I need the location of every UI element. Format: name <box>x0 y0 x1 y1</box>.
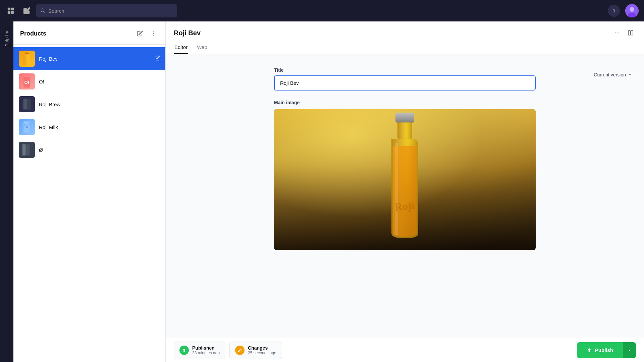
product-name: Roji Bev <box>39 56 151 62</box>
content-tabs: Editor Web <box>174 38 636 54</box>
title-label: Title <box>274 67 536 73</box>
svg-point-19 <box>24 124 25 126</box>
svg-point-25 <box>615 33 616 33</box>
products-header-icons <box>135 28 159 39</box>
upload-icon <box>182 348 186 353</box>
search-icon <box>40 8 46 13</box>
published-dot <box>179 346 189 355</box>
publish-button[interactable]: Publish <box>577 342 623 358</box>
published-label: Published <box>192 345 220 351</box>
brand-sidebar: Pulp Inc. <box>0 21 13 362</box>
product-thumbnail <box>19 142 35 158</box>
chevron-down-icon <box>627 348 632 353</box>
editor-area: Title Main image <box>166 54 644 338</box>
brand-label: Pulp Inc. <box>4 28 9 47</box>
changes-dot <box>235 346 245 355</box>
products-sidebar: Products <box>13 21 166 362</box>
edit-changes-icon <box>237 348 242 353</box>
publish-label: Publish <box>595 347 613 353</box>
main-image-label: Main image <box>274 100 536 105</box>
svg-rect-0 <box>8 8 10 10</box>
svg-rect-29 <box>631 31 633 35</box>
split-view-button[interactable] <box>625 27 636 38</box>
svg-point-5 <box>630 7 634 12</box>
product-name: O! <box>39 79 151 84</box>
status-bar: Published 33 minutes ago Changes 25 seco… <box>166 338 644 362</box>
search-bar[interactable]: Search <box>36 4 177 17</box>
svg-rect-22 <box>22 144 26 155</box>
content-header: Roji Bev Editor <box>166 21 644 54</box>
title-input[interactable] <box>274 75 536 90</box>
svg-rect-31 <box>397 122 412 139</box>
svg-point-26 <box>617 33 618 33</box>
svg-point-27 <box>619 33 619 33</box>
more-options-button[interactable] <box>148 28 159 39</box>
svg-rect-2 <box>8 11 10 13</box>
svg-rect-23 <box>26 144 30 155</box>
changes-status[interactable]: Changes 25 seconds ago <box>229 342 282 359</box>
list-item[interactable]: O! O! <box>13 70 165 93</box>
content-header-top: Roji Bev <box>174 21 636 38</box>
svg-rect-17 <box>28 99 30 109</box>
publish-dropdown-button[interactable] <box>623 342 636 358</box>
svg-rect-10 <box>24 53 29 54</box>
svg-rect-24 <box>30 144 32 155</box>
svg-point-7 <box>153 32 154 32</box>
product-thumbnail <box>19 119 35 135</box>
product-name: Ø <box>39 147 151 153</box>
svg-text:O!: O! <box>24 80 30 85</box>
version-label: Current version <box>594 72 626 77</box>
svg-point-9 <box>153 35 154 36</box>
product-name: Roji Milk <box>39 124 151 130</box>
product-thumbnail <box>19 51 35 67</box>
changes-label: Changes <box>248 345 276 351</box>
notification-badge[interactable]: 0 <box>608 5 620 17</box>
edit-icon[interactable] <box>21 5 32 16</box>
product-name: Roji Brew <box>39 102 151 107</box>
tab-editor[interactable]: Editor <box>174 41 188 54</box>
svg-text:Roji: Roji <box>394 199 415 213</box>
changes-text: Changes 25 seconds ago <box>248 345 276 355</box>
product-thumbnail <box>19 96 35 112</box>
svg-rect-12 <box>23 54 30 65</box>
edit-product-icon[interactable] <box>155 55 160 62</box>
avatar[interactable] <box>625 4 639 17</box>
changes-time: 25 seconds ago <box>248 351 276 355</box>
svg-rect-30 <box>395 113 414 123</box>
list-item[interactable]: Roji Bev <box>13 47 165 70</box>
nav-right: 0 <box>608 4 639 17</box>
tab-web[interactable]: Web <box>196 41 208 54</box>
publish-icon <box>586 347 592 353</box>
published-time: 33 minutes ago <box>192 351 220 355</box>
content-title: Roji Bev <box>174 29 612 37</box>
product-list: Roji Bev O! <box>13 45 165 362</box>
version-selector[interactable]: Current version <box>590 70 636 79</box>
editor-content: Title Main image <box>261 67 549 250</box>
app-logo-icon[interactable] <box>5 5 16 16</box>
bottle-illustration: Roji <box>371 113 438 247</box>
content-area: Roji Bev Editor <box>166 21 644 362</box>
list-item[interactable]: Ø <box>13 138 165 161</box>
content-header-actions <box>612 27 636 38</box>
products-title: Products <box>20 30 135 37</box>
search-placeholder: Search <box>48 8 64 14</box>
list-item[interactable]: Roji Milk <box>13 116 165 138</box>
products-header: Products <box>13 21 165 45</box>
product-thumbnail: O! <box>19 73 35 89</box>
add-product-button[interactable] <box>135 28 145 39</box>
svg-point-21 <box>28 123 30 125</box>
svg-rect-3 <box>11 11 13 13</box>
more-options-button[interactable] <box>612 27 623 38</box>
main-image-container: Roji <box>274 109 536 250</box>
top-navigation: Search 0 <box>0 0 644 21</box>
svg-point-20 <box>26 126 28 128</box>
publish-actions: Publish <box>577 342 636 358</box>
list-item[interactable]: Roji Brew <box>13 93 165 116</box>
svg-rect-1 <box>11 8 13 10</box>
svg-point-8 <box>153 33 154 34</box>
main-layout: Pulp Inc. Products <box>0 21 644 362</box>
svg-rect-16 <box>23 99 27 109</box>
published-status: Published 33 minutes ago <box>174 342 225 359</box>
svg-rect-28 <box>628 31 630 35</box>
beverage-image: Roji <box>274 109 536 250</box>
